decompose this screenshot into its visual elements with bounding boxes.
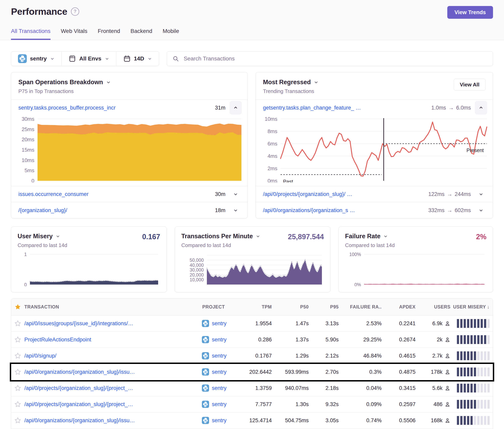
transaction-link[interactable]: /api/0/organizations/{organization_slug}… xyxy=(24,369,202,375)
span-ops-title[interactable]: Span Operations Breakdown xyxy=(18,79,111,86)
tab-mobile[interactable]: Mobile xyxy=(163,28,179,40)
table-row[interactable]: /api/0/signup/ sentry 0.1767 1.29s 2.12s… xyxy=(11,348,493,364)
col-transaction[interactable]: TRANSACTION xyxy=(24,304,202,310)
search-transactions-box[interactable] xyxy=(167,51,493,66)
chevron-down-icon xyxy=(256,234,260,239)
col-user-misery[interactable]: USER MISERY↓ xyxy=(450,304,493,310)
user-icon xyxy=(444,385,450,391)
tpm-cell: 125.4714 xyxy=(242,417,272,424)
view-all-button[interactable]: View All xyxy=(454,79,486,91)
favorite-star-icon[interactable] xyxy=(11,368,24,375)
tpm-title[interactable]: Transactions Per Minute xyxy=(181,233,260,240)
failure-rate-cell: 46.84% xyxy=(339,353,382,359)
environment-selector[interactable]: All Envs xyxy=(62,52,116,66)
transaction-link[interactable]: /api/0/issues|groups/{issue_id}/integrat… xyxy=(24,320,202,327)
col-failure-rate[interactable]: FAILURE RA.. xyxy=(339,304,382,310)
svg-text:20ms: 20ms xyxy=(22,137,34,142)
favorite-star-icon[interactable] xyxy=(11,385,24,392)
transaction-link[interactable]: /api/0/projects/{organization_slug}/{pro… xyxy=(24,385,202,391)
svg-text:25ms: 25ms xyxy=(22,126,34,132)
col-tpm[interactable]: TPM xyxy=(242,304,272,310)
users-cell: 486 xyxy=(415,401,450,407)
expand-chart-button[interactable] xyxy=(229,203,242,217)
table-row[interactable]: /api/0/projects/{organization_slug}/{pro… xyxy=(11,396,493,412)
tab-web-vitals[interactable]: Web Vitals xyxy=(61,28,88,40)
svg-text:100%: 100% xyxy=(349,252,361,257)
expand-chart-button[interactable] xyxy=(229,187,242,201)
user-misery-bars xyxy=(450,400,493,409)
tpm-cell: 1.9554 xyxy=(242,320,272,327)
project-link[interactable]: sentry xyxy=(212,369,227,375)
table-row[interactable]: ProjectRuleActionsEndpoint sentry 0.286 … xyxy=(11,332,493,348)
chevron-down-icon xyxy=(55,234,60,239)
project-link[interactable]: sentry xyxy=(212,385,227,391)
table-row[interactable]: /api/0/organizations/{organization_slug}… xyxy=(11,364,493,380)
col-project[interactable]: PROJECT xyxy=(202,304,242,310)
performance-page: Performance ? View Trends All Transactio… xyxy=(0,0,504,429)
python-project-icon xyxy=(202,417,209,424)
p95-cell: 2.70s xyxy=(309,369,339,375)
favorite-star-icon[interactable] xyxy=(11,417,24,424)
col-apdex[interactable]: APDEX xyxy=(382,304,415,310)
transaction-link[interactable]: ProjectRuleActionsEndpoint xyxy=(24,337,202,343)
p50-cell: 1.47s xyxy=(272,320,309,327)
project-cell: sentry xyxy=(202,368,242,376)
col-users[interactable]: USERS xyxy=(415,304,450,310)
regressed-transaction-link[interactable]: /api/0/organizations/{organization_s … xyxy=(263,207,355,213)
col-p50[interactable]: P50 xyxy=(272,304,309,310)
collapse-chart-button[interactable] xyxy=(475,101,487,114)
p95-cell: 2.18s xyxy=(309,385,339,391)
date-range-selector[interactable]: 14D xyxy=(116,52,159,66)
user-misery-mini-chart: 10 xyxy=(18,252,160,286)
project-link[interactable]: sentry xyxy=(212,417,227,424)
chevron-down-icon xyxy=(50,56,55,61)
regressed-transaction-link[interactable]: /api/0/projects/{organization_slug}/ … xyxy=(263,191,352,197)
failure-rate-cell: 0.74% xyxy=(339,417,382,424)
calendar-icon xyxy=(123,55,131,62)
search-transactions-input[interactable] xyxy=(183,55,487,62)
tab-frontend[interactable]: Frontend xyxy=(98,28,120,40)
most-regressed-title[interactable]: Most Regressed xyxy=(263,79,319,86)
user-misery-title[interactable]: User Misery xyxy=(18,233,67,240)
users-cell: 6.9k xyxy=(415,320,450,327)
span-ops-subtitle: P75 in Top Transactions xyxy=(18,88,111,94)
python-project-icon xyxy=(202,368,209,376)
tab-all-transactions[interactable]: All Transactions xyxy=(11,28,51,40)
project-link[interactable]: sentry xyxy=(212,320,227,327)
table-row[interactable]: /api/0/issues|groups/{issue_id}/integrat… xyxy=(11,315,493,332)
transaction-link[interactable]: /api/0/projects/{organization_slug}/{pro… xyxy=(24,401,202,407)
favorite-star-icon[interactable] xyxy=(11,401,24,408)
project-link[interactable]: sentry xyxy=(212,353,227,359)
favorite-star-header-icon[interactable] xyxy=(11,304,24,310)
project-link[interactable]: sentry xyxy=(212,401,227,407)
help-icon[interactable]: ? xyxy=(71,7,79,16)
project-cell: sentry xyxy=(202,352,242,359)
col-p95[interactable]: P95 xyxy=(309,304,339,310)
expand-chart-button[interactable] xyxy=(475,187,487,201)
failure-rate-title[interactable]: Failure Rate xyxy=(345,233,395,240)
svg-text:10,000: 10,000 xyxy=(190,277,204,282)
project-selector[interactable]: sentry xyxy=(11,52,62,66)
span-op-link[interactable]: /{organization_slug}/ xyxy=(18,207,67,213)
collapse-chart-button[interactable] xyxy=(229,101,242,114)
table-row[interactable]: /api/0/projects/{organization_slug}/{pro… xyxy=(11,380,493,396)
view-trends-button[interactable]: View Trends xyxy=(447,6,493,19)
most-regressed-panel: Most Regressed Trending Transactions Vie… xyxy=(256,72,493,219)
favorite-star-icon[interactable] xyxy=(11,336,24,343)
transaction-link[interactable]: /api/0/organizations/{organization_slug}… xyxy=(24,417,202,424)
tab-backend[interactable]: Backend xyxy=(131,28,152,40)
python-project-icon xyxy=(202,336,209,343)
apdex-cell: 0.3415 xyxy=(382,385,415,391)
table-row[interactable]: /api/0/organizations/{organization_slug}… xyxy=(11,412,493,429)
favorite-star-icon[interactable] xyxy=(11,320,24,327)
transaction-link[interactable]: /api/0/signup/ xyxy=(24,353,202,359)
regressed-transaction-link[interactable]: getsentry.tasks.plan_change_feature_ … xyxy=(263,105,361,111)
expand-chart-button[interactable] xyxy=(475,203,487,217)
span-op-link[interactable]: sentry.tasks.process_buffer.process_incr xyxy=(18,105,116,111)
span-op-link[interactable]: issues.occurrence_consumer xyxy=(18,191,89,197)
svg-text:15ms: 15ms xyxy=(22,147,34,153)
project-link[interactable]: sentry xyxy=(212,337,227,343)
failure-rate-cell: 0.3% xyxy=(339,369,382,375)
favorite-star-icon[interactable] xyxy=(11,352,24,359)
svg-text:2ms: 2ms xyxy=(268,166,277,171)
